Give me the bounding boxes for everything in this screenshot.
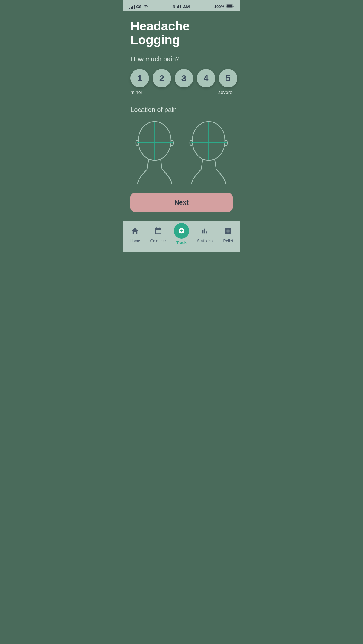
nav-home-label: Home: [130, 239, 140, 243]
battery-percent: 100%: [214, 4, 224, 9]
pain-level-5[interactable]: 5: [219, 69, 237, 87]
location-section: Location of pain: [130, 106, 233, 185]
nav-track[interactable]: Track: [170, 225, 193, 245]
pain-label-severe: severe: [218, 90, 233, 95]
nav-calendar[interactable]: Calendar: [147, 227, 170, 243]
pain-label-minor: minor: [130, 90, 142, 95]
head-back-diagram[interactable]: [185, 119, 233, 185]
pain-levels: 1 2 3 4 5: [130, 69, 233, 87]
svg-rect-1: [226, 5, 232, 7]
home-icon: [131, 227, 139, 237]
pain-level-2[interactable]: 2: [153, 69, 171, 87]
heads-container: [130, 119, 233, 185]
nav-statistics[interactable]: Statistics: [193, 227, 216, 243]
carrier-name: GS: [136, 4, 142, 9]
track-circle: [174, 223, 189, 239]
status-time: 9:41 AM: [173, 4, 190, 9]
location-label: Location of pain: [130, 106, 233, 114]
nav-track-label: Track: [176, 240, 187, 245]
nav-relief-label: Relief: [223, 239, 233, 243]
pain-range-labels: minor severe: [130, 90, 233, 95]
bottom-nav: Home Calendar Track Statistics Relief: [123, 221, 240, 252]
nav-calendar-label: Calendar: [150, 239, 166, 243]
status-left: GS: [129, 4, 148, 9]
nav-statistics-label: Statistics: [197, 239, 213, 243]
relief-icon: [224, 227, 232, 237]
calendar-icon: [154, 227, 162, 237]
next-button[interactable]: Next: [130, 193, 233, 212]
head-front-diagram[interactable]: [131, 119, 179, 185]
main-content: Headache Logging How much pain? 1 2 3 4 …: [123, 11, 240, 221]
pain-level-1[interactable]: 1: [130, 69, 149, 87]
statistics-icon: [201, 227, 209, 237]
battery-icon: [226, 4, 234, 9]
pain-level-4[interactable]: 4: [197, 69, 215, 87]
signal-icon: [129, 5, 135, 9]
pain-level-3[interactable]: 3: [175, 69, 193, 87]
status-right: 100%: [214, 4, 234, 9]
nav-home[interactable]: Home: [123, 227, 147, 243]
pain-section: How much pain? 1 2 3 4 5 minor severe: [130, 55, 233, 106]
nav-relief[interactable]: Relief: [216, 227, 240, 243]
status-bar: GS 9:41 AM 100%: [123, 0, 240, 11]
pain-section-label: How much pain?: [130, 55, 233, 63]
wifi-icon: [143, 4, 148, 9]
page-title: Headache Logging: [130, 19, 233, 47]
